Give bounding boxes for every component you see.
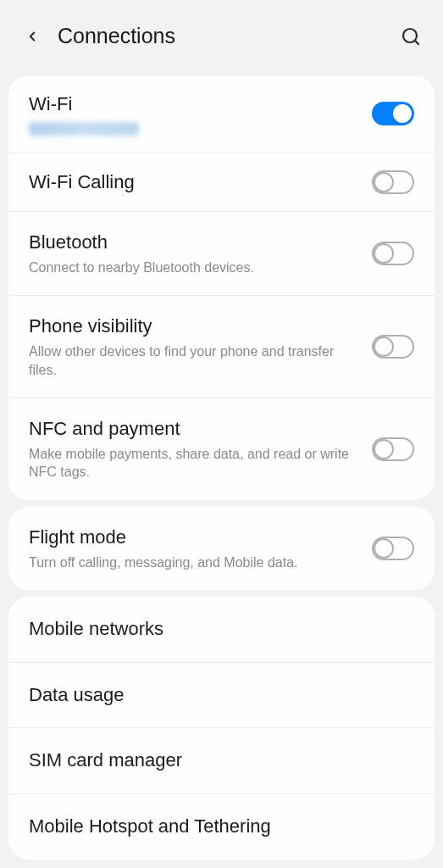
flight-mode-toggle[interactable] [372,537,414,560]
mobile-hotspot-row[interactable]: Mobile Hotspot and Tethering [8,794,435,860]
sim-card-manager-label: SIM card manager [29,748,401,773]
wifi-calling-row[interactable]: Wi-Fi Calling [8,153,435,213]
mobile-hotspot-text: Mobile Hotspot and Tethering [29,815,414,839]
wifi-calling-label: Wi-Fi Calling [29,170,358,195]
bluetooth-row[interactable]: Bluetooth Connect to nearby Bluetooth de… [8,212,435,296]
header: Connections [0,0,443,69]
back-button[interactable] [20,25,44,48]
connections-group-3: Mobile networks Data usage SIM card mana… [8,597,435,859]
sim-card-manager-text: SIM card manager [29,748,414,773]
mobile-networks-label: Mobile networks [29,617,401,642]
data-usage-text: Data usage [29,683,414,708]
connections-group-2: Flight mode Turn off calling, messaging,… [8,507,435,590]
phone-visibility-toggle[interactable] [372,335,414,359]
nfc-label: NFC and payment [29,417,358,442]
wifi-toggle[interactable] [372,102,414,125]
mobile-networks-row[interactable]: Mobile networks [8,597,435,663]
phone-visibility-text: Phone visibility Allow other devices to … [29,314,372,379]
search-button[interactable] [399,25,423,48]
sim-card-manager-row[interactable]: SIM card manager [8,728,435,794]
bluetooth-label: Bluetooth [29,231,358,255]
data-usage-label: Data usage [29,683,401,708]
bluetooth-desc: Connect to nearby Bluetooth devices. [29,259,358,277]
phone-visibility-desc: Allow other devices to find your phone a… [29,342,358,379]
flight-mode-label: Flight mode [29,526,358,550]
wifi-network-name [29,122,139,136]
phone-visibility-row[interactable]: Phone visibility Allow other devices to … [8,296,435,398]
flight-mode-row[interactable]: Flight mode Turn off calling, messaging,… [8,507,435,590]
flight-mode-desc: Turn off calling, messaging, and Mobile … [29,554,358,572]
wifi-calling-text: Wi-Fi Calling [29,170,372,195]
nfc-toggle[interactable] [372,437,414,461]
back-icon [25,29,40,44]
data-usage-row[interactable]: Data usage [8,663,435,729]
svg-line-1 [415,40,418,43]
mobile-networks-text: Mobile networks [29,617,414,642]
nfc-desc: Make mobile payments, share data, and re… [29,445,358,481]
bluetooth-text: Bluetooth Connect to nearby Bluetooth de… [29,231,372,276]
connections-group-1: Wi-Fi Wi-Fi Calling Bluetooth Connect to… [8,75,435,500]
wifi-label: Wi-Fi [29,92,358,117]
bluetooth-toggle[interactable] [372,242,414,265]
phone-visibility-label: Phone visibility [29,314,358,339]
wifi-row[interactable]: Wi-Fi [8,75,435,153]
mobile-hotspot-label: Mobile Hotspot and Tethering [29,815,401,839]
page-title: Connections [58,24,399,48]
wifi-text: Wi-Fi [29,92,372,136]
nfc-row[interactable]: NFC and payment Make mobile payments, sh… [8,398,435,500]
wifi-calling-toggle[interactable] [372,170,414,194]
nfc-text: NFC and payment Make mobile payments, sh… [29,417,372,481]
flight-mode-text: Flight mode Turn off calling, messaging,… [29,526,372,571]
search-icon [401,26,421,47]
